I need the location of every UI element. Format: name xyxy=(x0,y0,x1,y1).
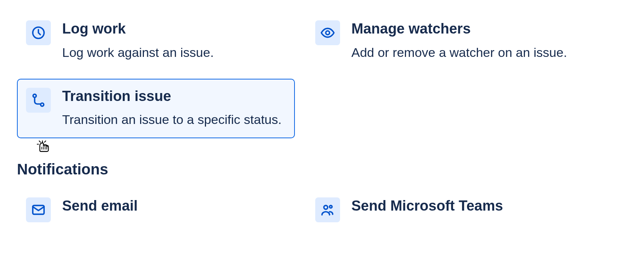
action-card-manage-watchers[interactable]: Manage watchers Add or remove a watcher … xyxy=(306,11,584,71)
card-content: Manage watchers Add or remove a watcher … xyxy=(351,20,575,62)
action-card-send-email[interactable]: Send email xyxy=(17,188,295,231)
email-icon xyxy=(26,197,51,222)
action-card-transition-issue[interactable]: Transition issue Transition an issue to … xyxy=(17,79,295,139)
card-title: Send email xyxy=(62,197,286,215)
card-description: Log work against an issue. xyxy=(62,43,286,62)
svg-point-1 xyxy=(326,31,330,35)
card-content: Send Microsoft Teams xyxy=(351,197,575,220)
clock-icon xyxy=(26,20,51,45)
card-content: Send email xyxy=(62,197,286,220)
action-card-log-work[interactable]: Log work Log work against an issue. xyxy=(17,11,295,71)
cursor-pointer-icon xyxy=(37,140,52,159)
transition-icon xyxy=(26,88,51,113)
card-content: Log work Log work against an issue. xyxy=(62,20,286,62)
card-content: Transition issue Transition an issue to … xyxy=(62,88,286,130)
card-description: Transition an issue to a specific status… xyxy=(62,110,286,129)
teams-icon xyxy=(315,197,340,222)
svg-point-5 xyxy=(324,206,328,209)
card-title: Send Microsoft Teams xyxy=(351,197,575,215)
eye-icon xyxy=(315,20,340,45)
section-heading-notifications: Notifications xyxy=(17,161,627,178)
svg-point-6 xyxy=(330,206,332,208)
card-title: Log work xyxy=(62,20,286,38)
card-title: Transition issue xyxy=(62,88,286,105)
card-title: Manage watchers xyxy=(351,20,575,38)
action-card-send-teams[interactable]: Send Microsoft Teams xyxy=(306,188,584,231)
card-description: Add or remove a watcher on an issue. xyxy=(351,43,575,62)
